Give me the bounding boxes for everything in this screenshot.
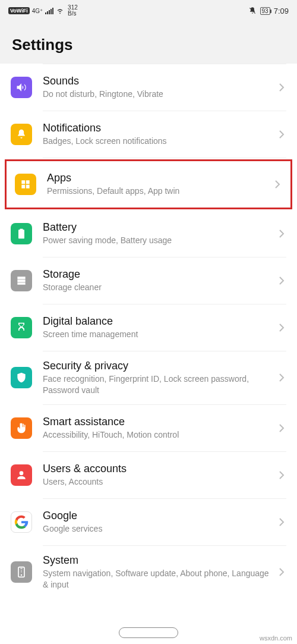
row-battery[interactable]: Battery Power saving mode, Battery usage [0, 211, 297, 257]
settings-row-system: i System System navigation, Software upd… [0, 546, 297, 599]
chevron-right-icon [277, 470, 286, 480]
chevron-right-icon [277, 323, 286, 332]
row-subtitle: Face recognition, Fingerprint ID, Lock s… [43, 373, 272, 396]
gesture-nav-pill[interactable] [119, 627, 178, 638]
row-title: Security & privacy [43, 360, 272, 372]
bell-icon [11, 124, 32, 145]
row-sounds[interactable]: Sounds Do not disturb, Ringtone, Vibrate [0, 64, 297, 111]
row-title: Users & accounts [43, 463, 272, 475]
battery-icon [11, 223, 32, 244]
divider [43, 158, 286, 158]
status-bar: VoWiFi 4G⁺ 312 B/s 93 7:09 [0, 0, 297, 21]
settings-row-google: Google Google services [0, 499, 297, 546]
chevron-right-icon [277, 83, 286, 92]
row-title: Digital balance [43, 315, 272, 328]
apps-icon [15, 174, 36, 195]
row-storage[interactable]: Storage Storage cleaner [0, 257, 297, 304]
page-header: Settings [0, 21, 297, 64]
page-title: Settings [12, 36, 285, 54]
row-subtitle: Users, Accounts [43, 476, 272, 488]
settings-row-battery: Battery Power saving mode, Battery usage [0, 211, 297, 257]
storage-icon [11, 270, 32, 291]
row-title: Storage [43, 268, 272, 281]
row-google[interactable]: Google Google services [0, 499, 297, 545]
row-title: Battery [43, 221, 272, 234]
row-subtitle: Storage cleaner [43, 282, 272, 293]
chevron-right-icon [277, 567, 286, 577]
row-title: Sounds [43, 75, 272, 87]
shield-icon [11, 367, 32, 388]
status-left: VoWiFi 4G⁺ 312 B/s [8, 5, 78, 17]
svg-point-2 [21, 574, 23, 576]
row-title: Google [43, 510, 272, 522]
row-title: System [43, 554, 272, 567]
settings-row-digital-balance: Digital balance Screen time management [0, 304, 297, 351]
row-subtitle: Permissions, Default apps, App twin [47, 186, 268, 197]
settings-row-sounds: Sounds Do not disturb, Ringtone, Vibrate [0, 64, 297, 111]
network-type: 4G⁺ [32, 8, 43, 14]
chevron-right-icon [277, 373, 286, 382]
row-users[interactable]: Users & accounts Users, Accounts [0, 452, 297, 498]
row-smart-assistance[interactable]: Smart assistance Accessibility, HiTouch,… [0, 405, 297, 451]
row-digital-balance[interactable]: Digital balance Screen time management [0, 304, 297, 351]
settings-row-notifications: Notifications Badges, Lock screen notifi… [0, 111, 297, 158]
settings-row-apps: Apps Permissions, Default apps, App twin [5, 159, 292, 209]
svg-text:i: i [21, 569, 22, 573]
chevron-right-icon [277, 130, 286, 139]
google-icon [11, 511, 32, 533]
signal-bars-icon [45, 8, 53, 14]
row-notifications[interactable]: Notifications Badges, Lock screen notifi… [0, 111, 297, 158]
row-system[interactable]: i System System navigation, Software upd… [0, 546, 297, 599]
row-apps[interactable]: Apps Permissions, Default apps, App twin [7, 161, 290, 208]
row-title: Apps [47, 172, 268, 184]
row-security[interactable]: Security & privacy Face recognition, Fin… [0, 351, 297, 404]
chevron-right-icon [277, 517, 286, 527]
settings-row-users: Users & accounts Users, Accounts [0, 452, 297, 499]
wifi-icon [56, 7, 64, 15]
watermark: wsxdn.com [260, 634, 292, 642]
vowifi-badge: VoWiFi [8, 7, 30, 14]
hand-icon [11, 417, 32, 439]
clock: 7:09 [274, 7, 289, 15]
row-subtitle: Badges, Lock screen notifications [43, 136, 272, 147]
net-speed: 312 B/s [68, 5, 78, 17]
row-subtitle: Google services [43, 523, 272, 535]
mute-icon [248, 7, 257, 15]
row-subtitle: System navigation, Software update, Abou… [43, 568, 272, 590]
settings-row-security: Security & privacy Face recognition, Fin… [0, 351, 297, 405]
chevron-right-icon [277, 276, 286, 285]
chevron-right-icon [277, 229, 286, 238]
chevron-right-icon [277, 423, 286, 433]
row-subtitle: Do not disturb, Ringtone, Vibrate [43, 89, 272, 100]
row-subtitle: Screen time management [43, 329, 272, 340]
settings-row-smart-assistance: Smart assistance Accessibility, HiTouch,… [0, 405, 297, 452]
row-title: Smart assistance [43, 416, 272, 428]
settings-row-storage: Storage Storage cleaner [0, 257, 297, 304]
row-title: Notifications [43, 122, 272, 134]
user-icon [11, 464, 32, 486]
settings-list: Sounds Do not disturb, Ringtone, Vibrate… [0, 64, 297, 599]
system-icon: i [11, 561, 32, 583]
row-subtitle: Power saving mode, Battery usage [43, 235, 272, 246]
status-right: 93 7:09 [248, 7, 289, 15]
row-subtitle: Accessibility, HiTouch, Motion control [43, 429, 272, 441]
chevron-right-icon [273, 180, 282, 189]
hourglass-icon [11, 317, 32, 338]
battery-indicator: 93 [260, 7, 270, 15]
sound-icon [11, 77, 32, 98]
